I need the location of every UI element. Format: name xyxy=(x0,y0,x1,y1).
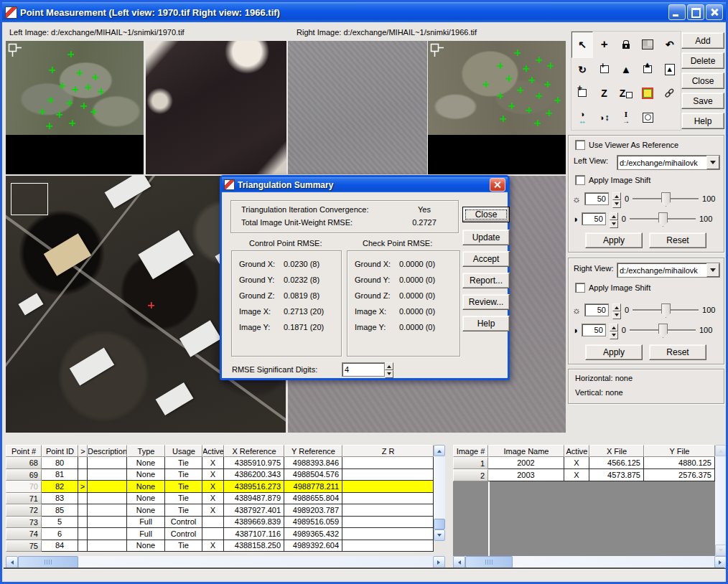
scroll-up-button[interactable] xyxy=(434,445,445,456)
y-file-cell[interactable]: 4880.125 xyxy=(644,457,715,469)
title-bar[interactable]: Point Measurement (Left view: 1970.tif R… xyxy=(2,2,726,22)
point-id-cell[interactable]: 85 xyxy=(42,504,78,517)
z-reference-cell[interactable] xyxy=(342,528,434,540)
y-reference-cell[interactable]: 4989203.787 xyxy=(284,504,342,517)
point-id-cell[interactable]: 80 xyxy=(42,457,78,469)
slider-thumb[interactable] xyxy=(661,303,671,318)
description-cell[interactable] xyxy=(88,457,127,469)
z-reference-cell[interactable] xyxy=(342,493,434,505)
description-cell[interactable] xyxy=(88,469,127,481)
row-number-cell[interactable]: 70 xyxy=(6,481,42,493)
col-header-image-name[interactable]: Image Name xyxy=(488,445,564,457)
table-row[interactable]: 75 84 None Tie X 4388158.250 4989392.604 xyxy=(6,540,434,552)
arrow-cell[interactable] xyxy=(78,493,88,505)
col-header-usage[interactable]: Usage xyxy=(165,445,202,457)
left-apply-button[interactable]: Apply xyxy=(585,232,643,248)
scroll-down-button[interactable] xyxy=(434,529,445,541)
dialog-close-icon[interactable] xyxy=(490,178,505,192)
usage-cell[interactable]: Tie xyxy=(165,481,202,493)
active-cell[interactable]: X xyxy=(202,493,224,505)
x-file-cell[interactable]: 4566.125 xyxy=(589,457,644,469)
left-view-combo[interactable]: d:/exchange/mihailovk xyxy=(617,155,720,170)
arrow-cell[interactable] xyxy=(78,457,88,469)
scrollbar-track[interactable] xyxy=(715,456,727,545)
table-row[interactable]: 71 83 None Tie X 4389487.879 4988655.804 xyxy=(6,493,434,505)
usage-cell[interactable]: Tie xyxy=(165,493,202,505)
right-view-combo[interactable]: d:/exchange/mihailovk xyxy=(617,263,720,278)
add-button[interactable]: Add xyxy=(681,32,724,49)
x-reference-cell[interactable]: 4389669.839 xyxy=(224,517,284,529)
left-overview-viewer[interactable] xyxy=(6,41,144,174)
scrollbar-thumb[interactable] xyxy=(465,556,513,568)
y-reference-cell[interactable]: 4989516.059 xyxy=(284,517,342,529)
right-overview-viewer[interactable] xyxy=(428,41,566,174)
table-row[interactable]: 73 5 Full Control 4389669.839 4989516.05… xyxy=(6,517,434,529)
z-reference-cell[interactable] xyxy=(342,457,434,469)
point-id-cell[interactable]: 82 xyxy=(42,481,78,493)
slider-thumb[interactable] xyxy=(658,212,668,227)
combo-dropdown-button[interactable] xyxy=(706,156,719,169)
row-number-cell[interactable]: 74 xyxy=(6,528,42,540)
usage-cell[interactable]: Tie xyxy=(165,457,202,469)
row-number-cell[interactable]: 71 xyxy=(6,493,42,505)
dialog-review-button[interactable]: Review... xyxy=(462,294,510,310)
table-row[interactable]: 74 6 Full Control 4387107.116 4989365.43… xyxy=(6,528,434,540)
left-contrast-slider[interactable] xyxy=(630,212,696,226)
image-table-hscrollbar[interactable] xyxy=(453,556,727,568)
arrow-cell[interactable] xyxy=(78,504,88,517)
scroll-right-button[interactable] xyxy=(714,556,727,568)
active-cell[interactable]: X xyxy=(202,540,224,552)
row-number-cell[interactable]: 1 xyxy=(453,457,488,469)
type-cell[interactable]: None xyxy=(127,504,165,517)
point-table-vscrollbar[interactable] xyxy=(434,445,445,541)
right-apply-shift-checkbox[interactable] xyxy=(575,283,585,293)
x-reference-cell[interactable]: 4388158.250 xyxy=(224,540,284,552)
arrow-cell[interactable] xyxy=(78,469,88,481)
x-reference-cell[interactable]: 4386200.343 xyxy=(224,469,284,481)
row-number-cell[interactable]: 75 xyxy=(6,540,42,552)
usage-cell[interactable]: Control xyxy=(165,517,202,529)
extent-color-tool[interactable] xyxy=(637,81,658,105)
minimize-button[interactable] xyxy=(668,4,686,20)
arrow-cell[interactable] xyxy=(78,540,88,552)
close-window-button[interactable] xyxy=(706,4,723,20)
selected-table-row[interactable]: 70 82 > None Tie X 4389516.273 4988778.2… xyxy=(6,481,434,493)
left-brightness-field[interactable]: 50 xyxy=(584,192,609,205)
left-apply-shift-checkbox[interactable] xyxy=(575,175,585,185)
table-row[interactable]: 68 80 None Tie X 4385910.975 4988393.846 xyxy=(6,457,434,469)
x-reference-cell[interactable]: 4385910.975 xyxy=(224,457,284,469)
col-header-x-file[interactable]: X File xyxy=(589,445,644,457)
left-reset-button[interactable]: Reset xyxy=(649,232,706,248)
arrow-cell[interactable]: > xyxy=(78,481,88,493)
right-brightness-field[interactable]: 50 xyxy=(584,303,609,316)
right-zoom-viewer[interactable] xyxy=(288,41,427,174)
lock-tool[interactable] xyxy=(615,32,637,58)
col-header-y-reference[interactable]: Y Reference xyxy=(284,445,342,457)
y-reference-cell[interactable]: 4989392.604 xyxy=(284,540,342,552)
col-header-y-file[interactable]: Y File xyxy=(644,445,715,457)
right-contrast-spinner[interactable] xyxy=(610,324,618,336)
right-brightness-spinner[interactable] xyxy=(612,303,621,316)
image-extent-tool[interactable] xyxy=(637,105,658,131)
dialog-update-button[interactable]: Update xyxy=(462,230,510,245)
active-cell[interactable] xyxy=(202,517,224,529)
maximize-button[interactable] xyxy=(687,4,704,20)
right-reset-button[interactable]: Reset xyxy=(649,344,706,360)
row-number-cell[interactable]: 68 xyxy=(6,457,42,469)
type-cell[interactable]: None xyxy=(127,481,165,493)
description-cell[interactable] xyxy=(88,528,127,540)
active-cell[interactable]: X xyxy=(202,457,224,469)
x-reference-cell[interactable]: 4389487.879 xyxy=(224,493,284,505)
scrollbar-thumb[interactable] xyxy=(434,519,445,529)
left-brightness-spinner[interactable] xyxy=(612,192,621,205)
left-brightness-slider[interactable] xyxy=(633,192,699,206)
point-table-hscrollbar[interactable] xyxy=(6,556,445,568)
tin-file-tool[interactable]: ▲ xyxy=(659,58,681,82)
right-contrast-field[interactable]: 50 xyxy=(582,324,606,336)
tin-tool[interactable]: ▲ xyxy=(615,58,637,82)
z-window-tool[interactable]: Z xyxy=(615,81,637,105)
pan-horizontal-tool[interactable]: ◑↔ xyxy=(571,105,593,131)
point-id-cell[interactable]: 6 xyxy=(42,528,78,540)
y-reference-cell[interactable]: 4988778.211 xyxy=(284,481,342,493)
type-cell[interactable]: Full xyxy=(127,528,165,540)
